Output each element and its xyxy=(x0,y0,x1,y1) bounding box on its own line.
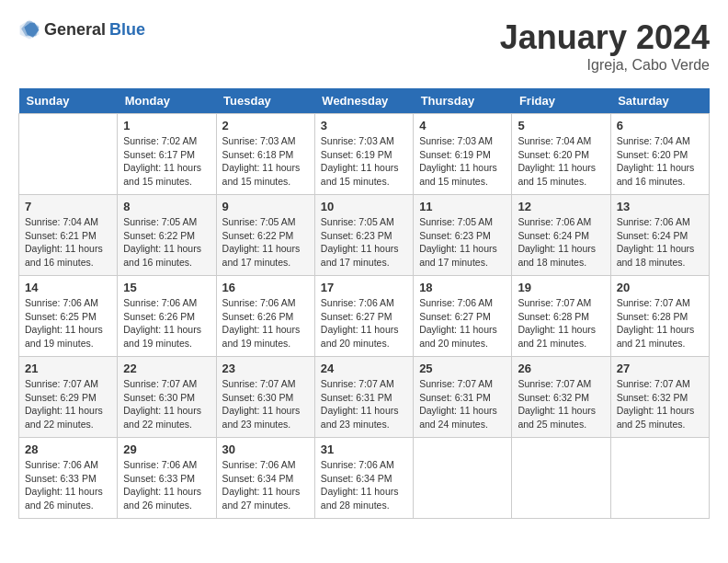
day-info: Sunrise: 7:07 AMSunset: 6:30 PMDaylight:… xyxy=(222,377,309,431)
day-info: Sunrise: 7:05 AMSunset: 6:23 PMDaylight:… xyxy=(321,215,407,270)
calendar-cell: 23Sunrise: 7:07 AMSunset: 6:30 PMDayligh… xyxy=(216,357,314,438)
calendar-cell: 11Sunrise: 7:05 AMSunset: 6:23 PMDayligh… xyxy=(414,195,512,276)
logo-general: General xyxy=(44,20,106,40)
weekday-header-cell: Monday xyxy=(118,88,216,114)
day-number: 30 xyxy=(222,442,309,456)
calendar-cell xyxy=(512,438,610,519)
day-number: 25 xyxy=(419,362,506,375)
day-info: Sunrise: 7:03 AMSunset: 6:18 PMDaylight:… xyxy=(222,134,309,189)
day-info: Sunrise: 7:06 AMSunset: 6:24 PMDaylight:… xyxy=(617,215,703,270)
weekday-header-row: SundayMondayTuesdayWednesdayThursdayFrid… xyxy=(19,88,710,114)
day-number: 22 xyxy=(123,362,210,375)
calendar-cell: 3Sunrise: 7:03 AMSunset: 6:19 PMDaylight… xyxy=(314,114,413,195)
calendar-cell xyxy=(610,438,709,519)
day-number: 10 xyxy=(321,200,407,213)
day-info: Sunrise: 7:05 AMSunset: 6:22 PMDaylight:… xyxy=(222,215,309,270)
calendar-cell: 18Sunrise: 7:06 AMSunset: 6:27 PMDayligh… xyxy=(414,276,512,357)
day-number: 5 xyxy=(518,119,604,132)
day-number: 6 xyxy=(617,119,703,132)
calendar-cell: 27Sunrise: 7:07 AMSunset: 6:32 PMDayligh… xyxy=(610,357,709,438)
day-info: Sunrise: 7:04 AMSunset: 6:20 PMDaylight:… xyxy=(518,134,604,189)
weekday-header-cell: Thursday xyxy=(414,88,512,114)
page-header: General Blue January 2024 Igreja, Cabo V… xyxy=(18,18,710,74)
weekday-header-cell: Friday xyxy=(512,88,610,114)
day-number: 8 xyxy=(123,200,210,213)
day-info: Sunrise: 7:06 AMSunset: 6:27 PMDaylight:… xyxy=(321,296,407,350)
calendar-cell: 20Sunrise: 7:07 AMSunset: 6:28 PMDayligh… xyxy=(610,276,709,357)
day-number: 13 xyxy=(617,200,703,213)
day-number: 21 xyxy=(25,362,111,375)
weekday-header-cell: Tuesday xyxy=(216,88,314,114)
day-info: Sunrise: 7:06 AMSunset: 6:33 PMDaylight:… xyxy=(123,458,210,512)
calendar-cell: 30Sunrise: 7:06 AMSunset: 6:34 PMDayligh… xyxy=(216,438,314,519)
location-title: Igreja, Cabo Verde xyxy=(500,57,710,74)
month-title: January 2024 xyxy=(500,18,710,57)
day-info: Sunrise: 7:07 AMSunset: 6:31 PMDaylight:… xyxy=(321,377,407,431)
calendar-cell: 7Sunrise: 7:04 AMSunset: 6:21 PMDaylight… xyxy=(19,195,118,276)
day-info: Sunrise: 7:03 AMSunset: 6:19 PMDaylight:… xyxy=(419,134,506,189)
weekday-header-cell: Wednesday xyxy=(314,88,413,114)
day-number: 19 xyxy=(518,281,604,294)
calendar-cell: 14Sunrise: 7:06 AMSunset: 6:25 PMDayligh… xyxy=(19,276,118,357)
calendar-week-row: 28Sunrise: 7:06 AMSunset: 6:33 PMDayligh… xyxy=(19,438,710,519)
calendar-cell xyxy=(414,438,512,519)
day-number: 4 xyxy=(419,119,506,132)
calendar-week-row: 14Sunrise: 7:06 AMSunset: 6:25 PMDayligh… xyxy=(19,276,710,357)
day-info: Sunrise: 7:06 AMSunset: 6:25 PMDaylight:… xyxy=(25,296,111,350)
calendar-cell: 24Sunrise: 7:07 AMSunset: 6:31 PMDayligh… xyxy=(314,357,413,438)
day-info: Sunrise: 7:02 AMSunset: 6:17 PMDaylight:… xyxy=(123,134,210,189)
logo: General Blue xyxy=(18,18,145,40)
day-number: 20 xyxy=(617,281,703,294)
day-number: 27 xyxy=(617,362,703,375)
calendar-table: SundayMondayTuesdayWednesdayThursdayFrid… xyxy=(18,88,710,519)
day-number: 15 xyxy=(123,281,210,294)
day-number: 17 xyxy=(321,281,407,294)
calendar-week-row: 7Sunrise: 7:04 AMSunset: 6:21 PMDaylight… xyxy=(19,195,710,276)
day-number: 12 xyxy=(518,200,604,213)
calendar-week-row: 1Sunrise: 7:02 AMSunset: 6:17 PMDaylight… xyxy=(19,114,710,195)
day-number: 16 xyxy=(222,281,309,294)
calendar-cell: 6Sunrise: 7:04 AMSunset: 6:20 PMDaylight… xyxy=(610,114,709,195)
calendar-week-row: 21Sunrise: 7:07 AMSunset: 6:29 PMDayligh… xyxy=(19,357,710,438)
calendar-cell: 29Sunrise: 7:06 AMSunset: 6:33 PMDayligh… xyxy=(118,438,216,519)
day-info: Sunrise: 7:04 AMSunset: 6:21 PMDaylight:… xyxy=(25,215,111,270)
day-number: 14 xyxy=(25,281,111,294)
calendar-cell: 8Sunrise: 7:05 AMSunset: 6:22 PMDaylight… xyxy=(118,195,216,276)
day-info: Sunrise: 7:03 AMSunset: 6:19 PMDaylight:… xyxy=(321,134,407,189)
day-info: Sunrise: 7:04 AMSunset: 6:20 PMDaylight:… xyxy=(617,134,703,189)
calendar-cell: 5Sunrise: 7:04 AMSunset: 6:20 PMDaylight… xyxy=(512,114,610,195)
day-info: Sunrise: 7:06 AMSunset: 6:26 PMDaylight:… xyxy=(222,296,309,350)
day-info: Sunrise: 7:06 AMSunset: 6:34 PMDaylight:… xyxy=(222,458,309,512)
day-number: 9 xyxy=(222,200,309,213)
day-number: 11 xyxy=(419,200,506,213)
calendar-cell: 4Sunrise: 7:03 AMSunset: 6:19 PMDaylight… xyxy=(414,114,512,195)
logo-blue: Blue xyxy=(109,20,145,40)
day-info: Sunrise: 7:06 AMSunset: 6:24 PMDaylight:… xyxy=(518,215,604,270)
day-info: Sunrise: 7:07 AMSunset: 6:28 PMDaylight:… xyxy=(518,296,604,350)
calendar-cell: 31Sunrise: 7:06 AMSunset: 6:34 PMDayligh… xyxy=(314,438,413,519)
day-number: 3 xyxy=(321,119,407,132)
day-info: Sunrise: 7:06 AMSunset: 6:26 PMDaylight:… xyxy=(123,296,210,350)
day-info: Sunrise: 7:06 AMSunset: 6:34 PMDaylight:… xyxy=(321,458,407,512)
day-number: 7 xyxy=(25,200,111,213)
weekday-header-cell: Sunday xyxy=(19,88,118,114)
day-info: Sunrise: 7:06 AMSunset: 6:27 PMDaylight:… xyxy=(419,296,506,350)
day-number: 2 xyxy=(222,119,309,132)
calendar-cell: 19Sunrise: 7:07 AMSunset: 6:28 PMDayligh… xyxy=(512,276,610,357)
calendar-cell: 17Sunrise: 7:06 AMSunset: 6:27 PMDayligh… xyxy=(314,276,413,357)
logo-icon xyxy=(18,18,40,40)
day-info: Sunrise: 7:07 AMSunset: 6:32 PMDaylight:… xyxy=(518,377,604,431)
day-info: Sunrise: 7:05 AMSunset: 6:23 PMDaylight:… xyxy=(419,215,506,270)
calendar-cell: 28Sunrise: 7:06 AMSunset: 6:33 PMDayligh… xyxy=(19,438,118,519)
day-number: 26 xyxy=(518,362,604,375)
calendar-cell: 22Sunrise: 7:07 AMSunset: 6:30 PMDayligh… xyxy=(118,357,216,438)
day-number: 31 xyxy=(321,442,407,456)
calendar-body: 1Sunrise: 7:02 AMSunset: 6:17 PMDaylight… xyxy=(19,114,710,519)
day-info: Sunrise: 7:07 AMSunset: 6:30 PMDaylight:… xyxy=(123,377,210,431)
calendar-cell: 16Sunrise: 7:06 AMSunset: 6:26 PMDayligh… xyxy=(216,276,314,357)
title-block: January 2024 Igreja, Cabo Verde xyxy=(500,18,710,74)
weekday-header-cell: Saturday xyxy=(610,88,709,114)
calendar-cell xyxy=(19,114,118,195)
day-number: 28 xyxy=(25,442,111,456)
calendar-cell: 10Sunrise: 7:05 AMSunset: 6:23 PMDayligh… xyxy=(314,195,413,276)
